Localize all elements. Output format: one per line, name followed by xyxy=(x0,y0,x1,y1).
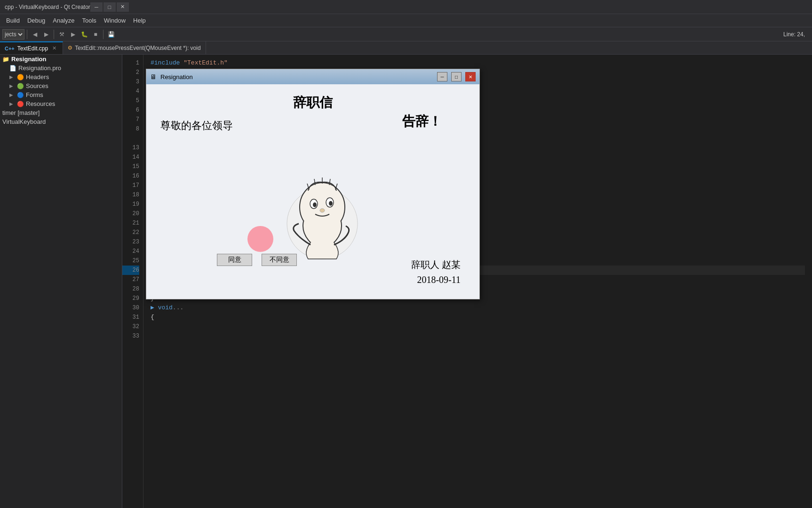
ln-5: 5 xyxy=(122,96,139,105)
cursor-circle xyxy=(247,226,273,252)
sidebar-item-resignation-pro[interactable]: 📄 Resignation.pro xyxy=(0,64,122,73)
ln-15: 15 xyxy=(122,162,139,171)
toolbar-separator-2 xyxy=(54,30,54,39)
window-controls: ─ □ ✕ xyxy=(90,2,129,12)
ln-6: 6 xyxy=(122,105,139,115)
code-editor: 1 2 3 4 5 6 7 8 13 14 15 16 17 18 19 20 … xyxy=(122,55,812,508)
menu-analyze[interactable]: Analyze xyxy=(49,16,78,25)
dialog-maximize-button[interactable]: □ xyxy=(451,72,462,81)
project-selector[interactable]: jects xyxy=(2,29,24,40)
forms-label: Forms xyxy=(26,91,43,98)
toolbar-stop-btn[interactable]: ■ xyxy=(90,29,101,40)
code-line-31: { xyxy=(151,313,805,322)
editor-tab-bar: C++ TextEdit.cpp ✕ ⊙ TextEdit::mousePres… xyxy=(0,41,812,55)
virtualkeyboard-label: VirtualKeyboard xyxy=(2,118,46,125)
menu-window[interactable]: Window xyxy=(100,16,129,25)
close-button[interactable]: ✕ xyxy=(117,2,129,12)
dialog-minimize-button[interactable]: ─ xyxy=(437,72,447,81)
dialog-buttons: 同意 不同意 xyxy=(217,254,297,266)
menu-help[interactable]: Help xyxy=(129,16,150,25)
resignation-pro-label: Resignation.pro xyxy=(18,65,61,72)
dialog-signature: 辞职人 赵某 2018-09-11 xyxy=(411,257,461,287)
sidebar-item-virtualkeyboard[interactable]: VirtualKeyboard xyxy=(0,117,122,126)
sidebar-item-timer[interactable]: timer [master] xyxy=(0,108,122,117)
project-label: Resignation xyxy=(11,56,46,63)
sidebar-project-root[interactable]: 📁 Resignation xyxy=(0,55,122,64)
ln-16: 16 xyxy=(122,171,139,181)
h-icon: ⊙ xyxy=(68,45,72,51)
tab-close-textedit-cpp[interactable]: ✕ xyxy=(51,45,58,52)
ln-22: 22 xyxy=(122,228,139,237)
line-numbers: 1 2 3 4 5 6 7 8 13 14 15 16 17 18 19 20 … xyxy=(122,55,143,508)
ln-33: 33 xyxy=(122,331,139,341)
tab-label-mousepressevent: TextEdit::mousePressEvent(QMouseEvent *)… xyxy=(75,45,200,51)
signature-name: 辞职人 赵某 xyxy=(411,257,461,272)
ln-30: 30 xyxy=(122,303,139,313)
ln-19: 19 xyxy=(122,200,139,209)
toolbar-run-btn[interactable]: ▶ xyxy=(68,29,78,40)
forms-icon: 🔵 xyxy=(17,92,24,98)
code-line-32 xyxy=(151,322,805,331)
svg-point-3 xyxy=(313,202,317,207)
ln-2: 2 xyxy=(122,68,139,77)
dialog-heading: 辞职信 xyxy=(160,94,465,112)
ln-26: 26 xyxy=(122,266,139,275)
ln-20: 20 xyxy=(122,209,139,218)
toolbar-separator-3 xyxy=(103,30,103,39)
resources-icon: 🔴 xyxy=(17,101,24,107)
ln-27: 27 xyxy=(122,275,139,284)
ln-1: 1 xyxy=(122,58,139,68)
sources-label: Sources xyxy=(26,82,48,89)
title-text: cpp - VirtualKeyboard - Qt Creator xyxy=(5,4,90,10)
pro-file-icon: 📄 xyxy=(9,65,16,72)
signature-date: 2018-09-11 xyxy=(411,272,461,287)
tab-textedit-cpp[interactable]: C++ TextEdit.cpp ✕ xyxy=(0,41,63,54)
ln-8: 8 xyxy=(122,124,139,134)
timer-label: timer [master] xyxy=(2,109,40,116)
code-line-30: ▶ void... xyxy=(151,303,805,313)
ln-29: 29 xyxy=(122,294,139,303)
toolbar-debug-btn[interactable]: 🐛 xyxy=(79,29,89,40)
ln-17: 17 xyxy=(122,181,139,190)
toolbar-separator-1 xyxy=(27,30,27,39)
resources-label: Resources xyxy=(26,100,55,107)
tab-mousepressevent[interactable]: ⊙ TextEdit::mousePressEvent(QMouseEvent … xyxy=(63,41,206,54)
svg-point-5 xyxy=(329,201,333,206)
toolbar-fwd-btn[interactable]: ▶ xyxy=(41,29,51,40)
agree-button[interactable]: 同意 xyxy=(217,254,252,266)
ln-13: 13 xyxy=(122,143,139,153)
toolbar-back-btn[interactable]: ◀ xyxy=(30,29,40,40)
sidebar: 📁 Resignation 📄 Resignation.pro ▶ 🟠 Head… xyxy=(0,55,122,508)
resignation-dialog[interactable]: 🖥 Resignation ─ □ ✕ 辞职信 尊敬的各位领导 告辞！ xyxy=(146,69,480,299)
disagree-button[interactable]: 不同意 xyxy=(262,254,297,266)
code-line-33 xyxy=(151,331,805,341)
minimize-button[interactable]: ─ xyxy=(90,2,103,12)
menu-debug[interactable]: Debug xyxy=(24,16,49,25)
dialog-body: 辞职信 尊敬的各位领导 告辞！ xyxy=(146,84,479,299)
dialog-title-text: Resignation xyxy=(160,73,433,81)
toolbar-build-btn[interactable]: ⚒ xyxy=(56,29,67,40)
ln-3: 3 xyxy=(122,77,139,87)
sidebar-item-resources[interactable]: ▶ 🔴 Resources xyxy=(0,99,122,108)
meme-svg xyxy=(275,177,369,261)
headers-icon: 🟠 xyxy=(17,74,24,81)
menu-tools[interactable]: Tools xyxy=(78,16,100,25)
headers-label: Headers xyxy=(26,73,49,81)
dialog-title-bar: 🖥 Resignation ─ □ ✕ xyxy=(146,69,479,84)
ln-23: 23 xyxy=(122,237,139,247)
sidebar-item-forms[interactable]: ▶ 🔵 Forms xyxy=(0,90,122,99)
meme-figure xyxy=(275,177,369,261)
sidebar-item-headers[interactable]: ▶ 🟠 Headers xyxy=(0,73,122,81)
toolbar-save-btn[interactable]: 💾 xyxy=(106,29,116,40)
main-layout: 📁 Resignation 📄 Resignation.pro ▶ 🟠 Head… xyxy=(0,55,812,508)
dialog-app-icon: 🖥 xyxy=(150,73,157,81)
ln-32: 32 xyxy=(122,322,139,331)
ln-24: 24 xyxy=(122,247,139,256)
svg-point-6 xyxy=(320,209,325,212)
project-icon: 📁 xyxy=(2,56,9,63)
ln-4: 4 xyxy=(122,87,139,96)
dialog-close-button[interactable]: ✕ xyxy=(465,72,476,81)
menu-build[interactable]: Build xyxy=(2,16,24,25)
maximize-button[interactable]: □ xyxy=(103,2,116,12)
sidebar-item-sources[interactable]: ▶ 🟢 Sources xyxy=(0,81,122,90)
